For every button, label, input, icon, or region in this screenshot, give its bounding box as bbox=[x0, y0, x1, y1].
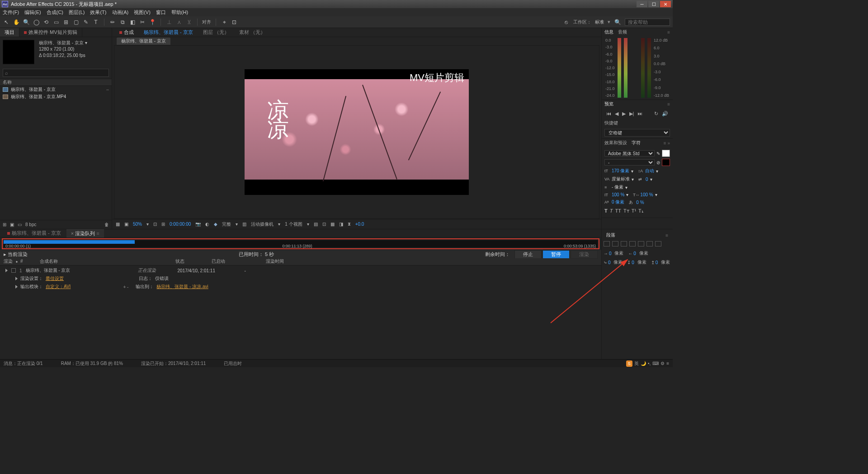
prev-frame-button[interactable]: ◀ bbox=[615, 111, 618, 117]
brush-tool-icon[interactable]: ✏ bbox=[109, 19, 116, 26]
render-button[interactable]: 渲染 bbox=[571, 250, 598, 259]
clone-tool-icon[interactable]: ⧉ bbox=[119, 19, 126, 26]
eyedropper-icon[interactable]: ✎ bbox=[656, 151, 660, 156]
shape-tool-icon[interactable]: ▢ bbox=[72, 19, 80, 26]
tab-footage-viewer[interactable]: 素材 （无） bbox=[235, 28, 270, 37]
workspace-dropdown[interactable]: 标准 bbox=[595, 19, 604, 25]
menu-animation[interactable]: 动画(A) bbox=[112, 9, 129, 16]
camera-tool-icon[interactable]: ▭ bbox=[52, 19, 60, 26]
subscript-icon[interactable]: T₁ bbox=[638, 208, 643, 214]
menu-file[interactable]: 文件(F) bbox=[3, 9, 19, 16]
kerning-dropdown[interactable]: 度量标准 bbox=[612, 176, 630, 182]
menu-effect[interactable]: 效果(T) bbox=[90, 9, 106, 16]
tab-paragraph[interactable]: 段落 bbox=[606, 232, 615, 238]
hscale-input[interactable]: 100 % bbox=[640, 192, 653, 197]
puppet-tool-icon[interactable]: 📍 bbox=[149, 19, 156, 26]
pen-tool-icon[interactable]: ✎ bbox=[82, 19, 90, 26]
faux-bold-icon[interactable]: T bbox=[604, 208, 608, 214]
axis-world-icon[interactable]: ⋏ bbox=[175, 19, 183, 26]
align-right-icon[interactable] bbox=[621, 241, 627, 246]
menu-window[interactable]: 窗口 bbox=[156, 9, 166, 16]
rotate-tool-icon[interactable]: ⟲ bbox=[42, 19, 50, 26]
sogou-ime-icon[interactable]: S bbox=[626, 360, 632, 367]
transparency-icon[interactable]: ▦ bbox=[330, 222, 335, 227]
axis-local-icon[interactable]: ⊥ bbox=[165, 19, 173, 26]
menu-help[interactable]: 帮助(H) bbox=[171, 9, 188, 16]
pan-behind-tool-icon[interactable]: ⊞ bbox=[62, 19, 70, 26]
roto-tool-icon[interactable]: ✂ bbox=[139, 19, 146, 26]
output-file-link[interactable]: 杨宗纬、张碧晨 - 凉凉.avi bbox=[156, 284, 208, 290]
composition-thumbnail[interactable] bbox=[3, 40, 34, 64]
view-layout-icon[interactable]: ▥ bbox=[242, 222, 246, 227]
ime-menu-icon[interactable]: ≡ bbox=[666, 361, 669, 366]
stroke-width-input[interactable]: - 像素 bbox=[612, 184, 623, 190]
hand-tool-icon[interactable]: ✋ bbox=[13, 19, 20, 26]
all-caps-icon[interactable]: TT bbox=[615, 208, 621, 214]
bpc-toggle[interactable]: 8 bpc bbox=[25, 222, 36, 227]
mute-button[interactable]: 🔊 bbox=[662, 111, 668, 117]
log-dropdown[interactable]: 仅错误 bbox=[155, 275, 169, 282]
tab-preview[interactable]: 预览 bbox=[604, 101, 613, 107]
no-stroke-icon[interactable]: ⊘ bbox=[656, 160, 660, 165]
shortcut-dropdown[interactable]: 空格键 bbox=[604, 129, 670, 137]
stop-button[interactable]: 停止 bbox=[514, 250, 542, 259]
project-item[interactable]: 杨宗纬、张碧晨 - 京京.MP4 bbox=[0, 93, 112, 100]
tab-character[interactable]: 字符 bbox=[632, 140, 641, 146]
orbit-tool-icon[interactable]: ◯ bbox=[33, 19, 40, 26]
fast-previews-icon[interactable]: ⊡ bbox=[322, 222, 326, 227]
sync-icon[interactable]: ⎋ bbox=[562, 19, 570, 26]
region-icon[interactable]: ◨ bbox=[339, 222, 343, 227]
indent-right-input[interactable]: 0 bbox=[633, 251, 636, 256]
justify-all-icon[interactable] bbox=[655, 241, 661, 246]
ime-language[interactable]: 英 bbox=[634, 360, 639, 367]
quality-dropdown[interactable]: 完整 bbox=[222, 221, 231, 228]
tab-layer-viewer[interactable]: 图层 （无） bbox=[198, 28, 234, 37]
ime-settings-icon[interactable]: ⚙ bbox=[660, 361, 665, 366]
play-button[interactable]: ▶ bbox=[622, 111, 626, 117]
tab-render-queue[interactable]: × 渲染队列 ≡ bbox=[66, 229, 104, 237]
menu-layer[interactable]: 图层(L) bbox=[69, 9, 85, 16]
safe-zones-icon[interactable]: ⊞ bbox=[161, 222, 165, 227]
eraser-tool-icon[interactable]: ◧ bbox=[129, 19, 136, 26]
next-frame-button[interactable]: ▶| bbox=[629, 111, 634, 117]
new-comp-icon[interactable]: ▭ bbox=[18, 222, 22, 227]
small-caps-icon[interactable]: Tᴛ bbox=[623, 208, 629, 214]
pause-button[interactable]: 暂停 bbox=[542, 250, 570, 259]
stroke-color-swatch[interactable] bbox=[662, 159, 670, 166]
active-comp-name[interactable]: 杨宗纬、张碧晨 - 京京 bbox=[139, 28, 198, 37]
search-help-input[interactable] bbox=[625, 19, 670, 26]
camera-dropdown[interactable]: 活动摄像机 bbox=[251, 221, 274, 228]
color-mgmt-icon[interactable]: ◆ bbox=[214, 222, 217, 227]
faux-italic-icon[interactable]: T bbox=[610, 208, 613, 214]
ime-moon-icon[interactable]: 🌙 bbox=[641, 361, 646, 366]
tab-effect-controls[interactable]: 效果控件 MV短片剪辑 bbox=[19, 28, 82, 37]
text-tool-icon[interactable]: T bbox=[92, 19, 99, 26]
font-style-dropdown[interactable]: - bbox=[604, 159, 655, 166]
add-remove-output-icon[interactable]: + - bbox=[123, 284, 128, 289]
zoom-tool-icon[interactable]: 🔍 bbox=[23, 19, 30, 26]
views-dropdown[interactable]: 1 个视图 bbox=[285, 221, 302, 228]
indent-left-input[interactable]: 0 bbox=[609, 251, 612, 256]
folder-icon[interactable]: ▣ bbox=[10, 222, 14, 227]
maximize-button[interactable]: ☐ bbox=[648, 1, 659, 7]
fill-color-swatch[interactable] bbox=[662, 150, 670, 157]
render-settings-link[interactable]: 最佳设置 bbox=[46, 275, 64, 282]
tab-project[interactable]: 项目 bbox=[0, 28, 19, 37]
close-button[interactable]: ✕ bbox=[660, 1, 671, 7]
timeline-icon[interactable]: ⧗ bbox=[348, 222, 351, 227]
font-family-dropdown[interactable]: Adobe 黑体 Std bbox=[604, 150, 655, 156]
output-module-link[interactable]: 自定义：AVI bbox=[46, 284, 71, 290]
snapshot-icon[interactable]: 📷 bbox=[195, 222, 201, 227]
zoom-dropdown[interactable]: 50% bbox=[133, 222, 142, 227]
tracking-input[interactable]: 0 bbox=[646, 177, 648, 182]
justify-last-center-icon[interactable] bbox=[638, 241, 644, 246]
exposure-value[interactable]: +0.0 bbox=[355, 222, 364, 227]
last-frame-button[interactable]: ⏭ bbox=[637, 111, 642, 116]
composition-viewer[interactable]: MV短片剪辑 凉 凉 bbox=[114, 45, 599, 219]
grid-icon[interactable]: ▣ bbox=[124, 222, 128, 227]
leading-input[interactable]: 自动 bbox=[645, 168, 654, 174]
loop-button[interactable]: ↻ bbox=[654, 111, 658, 117]
current-time[interactable]: 0:00:00:00 bbox=[170, 222, 191, 227]
tab-info[interactable]: 信息 bbox=[604, 29, 613, 35]
font-size-input[interactable]: 170 像素 bbox=[612, 168, 629, 174]
